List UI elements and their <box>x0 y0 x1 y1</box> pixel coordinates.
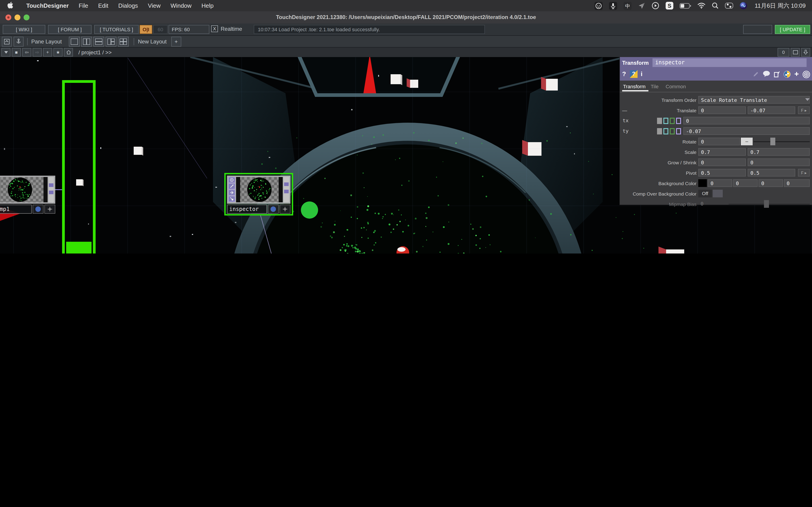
pivot-y-field[interactable]: 0.5 <box>748 169 795 176</box>
siri-icon[interactable] <box>739 2 747 9</box>
copy-parameters-icon[interactable] <box>773 71 780 79</box>
menu-item-window[interactable]: Window <box>170 2 192 9</box>
node-comp1-name[interactable]: comp1 <box>0 205 32 214</box>
ty-value-field[interactable]: -0.07 <box>683 127 810 135</box>
bullseye-icon[interactable] <box>229 177 235 183</box>
microphone-icon[interactable] <box>609 2 617 10</box>
update-button[interactable]: [ UPDATE ] <box>775 25 810 34</box>
rotate-value-field[interactable]: 0 <box>698 137 740 145</box>
scale-x-field[interactable]: 0.7 <box>698 148 746 156</box>
comp-over-swatch[interactable] <box>713 190 723 198</box>
node-comp1-connectors[interactable] <box>48 177 54 202</box>
tab-tile[interactable]: Tile <box>651 84 659 89</box>
bg-b-field[interactable]: 0 <box>759 179 783 187</box>
bg-g-field[interactable]: 0 <box>733 179 758 187</box>
layout-preset-two-rows[interactable] <box>94 37 104 46</box>
bg-a-field[interactable]: 0 <box>784 179 810 187</box>
translate-x-field[interactable]: 0 <box>698 106 746 114</box>
maximize-pane-icon[interactable] <box>791 48 800 57</box>
menu-item-dialogs[interactable]: Dialogs <box>118 2 138 9</box>
add-bookmark-icon[interactable]: + <box>43 48 52 57</box>
pivot-x-field[interactable]: 0.5 <box>698 169 746 176</box>
bg-r-field[interactable]: 0 <box>708 179 732 187</box>
transform-order-menu[interactable]: Scale Rotate Translate <box>698 96 810 104</box>
expr-mode-chip[interactable] <box>657 118 662 124</box>
anchor-icon[interactable] <box>14 37 23 46</box>
tab-common[interactable]: Common <box>666 84 686 89</box>
spotlight-search-icon[interactable] <box>712 2 718 9</box>
output-connector[interactable] <box>284 182 289 186</box>
bookmark-star-icon[interactable]: ★ <box>53 48 62 57</box>
layout-preset-left-right-split[interactable] <box>106 37 117 46</box>
pane-menu-icon[interactable] <box>1 48 10 57</box>
layout-preset-two-columns[interactable] <box>81 37 92 46</box>
apple-menu-icon[interactable] <box>7 2 13 10</box>
constant-mode-chip[interactable] <box>663 128 668 134</box>
back-arrow-icon[interactable]: ⇦ <box>22 48 31 57</box>
airdrop-share-icon[interactable] <box>638 2 645 9</box>
python-help-icon[interactable]: ? <box>630 70 638 78</box>
collapse-pane-icon[interactable] <box>801 48 810 57</box>
export-mode-chip[interactable] <box>676 118 681 124</box>
node-comp1[interactable]: comp1 <box>0 176 55 214</box>
arrow-icon[interactable] <box>229 190 235 195</box>
forum-button[interactable]: [ FORUM ] <box>48 25 92 34</box>
comet-icon[interactable] <box>229 196 235 202</box>
operator-name-field[interactable]: inspector <box>653 58 807 67</box>
grow-x-field[interactable]: 0 <box>698 159 746 166</box>
output-connector[interactable] <box>284 190 289 193</box>
realtime-checkbox[interactable]: X <box>211 25 218 32</box>
stop-icon[interactable]: ■ <box>12 48 21 57</box>
bg-color-swatch[interactable] <box>698 179 707 187</box>
bullseye-target-icon[interactable] <box>803 71 810 79</box>
input-emoji-icon[interactable] <box>594 2 602 10</box>
menu-item-edit[interactable]: Edit <box>98 2 108 9</box>
expression-mode-chip[interactable] <box>670 118 675 124</box>
layout-preset-quad[interactable] <box>118 37 129 46</box>
wiki-button[interactable]: [ WIKI ] <box>3 25 45 34</box>
node-inspector-flag[interactable] <box>280 205 291 214</box>
fps-display[interactable]: FPS: 60 <box>168 25 209 34</box>
node-comp1-flag[interactable] <box>44 205 55 214</box>
menu-item-help[interactable]: Help <box>201 2 214 9</box>
pivot-f-button[interactable]: F ▸ <box>798 169 810 176</box>
add-layout-button[interactable]: + <box>171 37 181 46</box>
forward-arrow-icon[interactable]: ⇨ <box>33 48 42 57</box>
tx-value-field[interactable]: 0 <box>683 117 810 124</box>
chinese-input-icon[interactable]: 中 <box>623 2 631 10</box>
help-icon[interactable]: ? <box>622 70 626 77</box>
pencil-icon[interactable] <box>752 71 759 79</box>
node-comp1-viewer-toggle[interactable] <box>33 205 44 214</box>
output-connector[interactable] <box>49 190 53 194</box>
constant-mode-chip[interactable] <box>663 118 668 124</box>
node-inspector-connectors[interactable] <box>284 177 289 202</box>
brush-icon[interactable] <box>229 183 235 189</box>
output-connector[interactable] <box>49 183 53 187</box>
export-mode-chip[interactable] <box>676 128 681 134</box>
power-toggle-button[interactable]: O|I <box>140 25 152 34</box>
battery-icon[interactable] <box>679 3 691 8</box>
node-inspector-viewer-toggle[interactable] <box>268 205 279 214</box>
tab-transform[interactable]: Transform <box>623 84 646 89</box>
rotate-slider-handle[interactable]: – <box>741 137 753 145</box>
menubar-clock[interactable]: 11月6日 周六 10:09 <box>755 2 806 10</box>
tutorials-button[interactable]: [ TUTORIALS ] <box>94 25 139 34</box>
menu-item-view[interactable]: View <box>148 2 161 9</box>
node-inspector-body[interactable] <box>227 176 291 204</box>
realtime-toggle[interactable]: X Realtime <box>211 25 242 32</box>
scale-y-field[interactable]: 0.7 <box>748 148 810 156</box>
python-icon[interactable] <box>783 71 791 79</box>
info-icon[interactable]: i <box>641 70 643 77</box>
rotate-slider-thumb[interactable] <box>770 137 775 145</box>
window-placement-icon[interactable] <box>2 37 12 46</box>
node-comp1-body[interactable] <box>0 176 55 204</box>
breadcrumb[interactable]: / project1 / >> <box>79 49 112 55</box>
add-parameter-icon[interactable]: + <box>794 70 799 79</box>
expr-mode-chip[interactable] <box>657 128 662 134</box>
play-status-icon[interactable] <box>651 2 659 9</box>
rotate-slider-track[interactable] <box>754 141 810 142</box>
comp-over-toggle[interactable]: Off <box>698 190 712 198</box>
comment-icon[interactable] <box>763 71 770 78</box>
expression-mode-chip[interactable] <box>670 128 675 134</box>
translate-f-button[interactable]: F ▸ <box>798 106 810 114</box>
